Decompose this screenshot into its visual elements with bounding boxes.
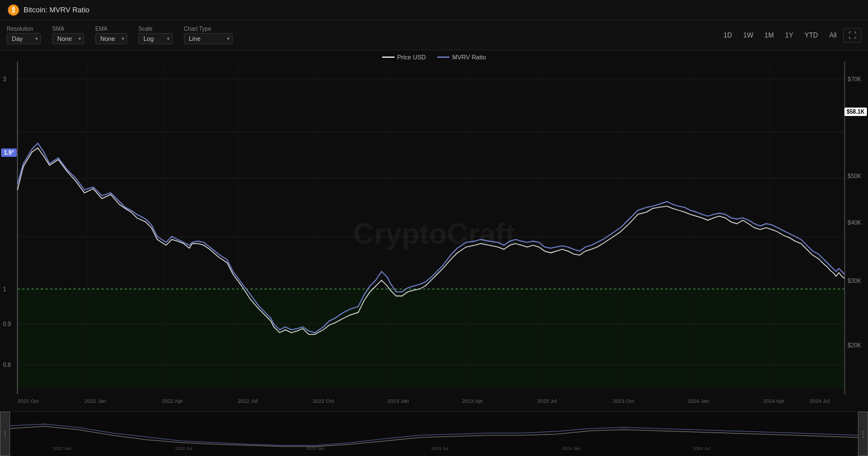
ema-select-wrapper: None 7 14 30 bbox=[95, 33, 127, 44]
time-btn-1w[interactable]: 1W bbox=[739, 29, 758, 41]
svg-text:$50K: $50K bbox=[848, 173, 861, 179]
minimap-left-handle[interactable]: ⋮ bbox=[0, 412, 10, 456]
svg-text:2022 Jan: 2022 Jan bbox=[53, 446, 71, 451]
resolution-label: Resolution bbox=[7, 26, 41, 32]
svg-text:2024 Apr: 2024 Apr bbox=[763, 398, 784, 404]
time-btn-1m[interactable]: 1M bbox=[760, 29, 778, 41]
ema-label: EMA bbox=[95, 26, 127, 32]
scale-label: Scale bbox=[138, 26, 173, 32]
svg-text:2023 Jul: 2023 Jul bbox=[431, 446, 448, 451]
svg-text:$40K: $40K bbox=[848, 220, 861, 226]
svg-text:2022 Apr: 2022 Apr bbox=[162, 398, 183, 404]
time-btn-1d[interactable]: 1D bbox=[719, 29, 736, 41]
chart-area: Price USD MVRV Ratio CryptoCraft 1.9° $5… bbox=[0, 50, 868, 411]
svg-text:2023 Jan: 2023 Jan bbox=[306, 446, 324, 451]
svg-text:2023 Jan: 2023 Jan bbox=[387, 398, 409, 404]
chart-type-group: Chart Type Line Candlestick Bar bbox=[184, 26, 233, 44]
chart-svg-container: CryptoCraft 1.9° $58.1K bbox=[0, 62, 868, 406]
svg-text:2022 Jan: 2022 Jan bbox=[85, 398, 106, 404]
svg-text:2024 Jan: 2024 Jan bbox=[688, 398, 709, 404]
mvrv-legend-label: MVRV Ratio bbox=[452, 54, 486, 61]
svg-text:2024 Jul: 2024 Jul bbox=[693, 446, 711, 451]
right-handle-icon: ⋮ bbox=[860, 430, 866, 438]
svg-text:2024 Jan: 2024 Jan bbox=[562, 446, 581, 451]
toolbar: Resolution Day Week Month SMA None 7 14 … bbox=[0, 20, 868, 50]
scale-group: Scale Log Linear bbox=[138, 26, 173, 44]
ema-select[interactable]: None 7 14 30 bbox=[95, 33, 127, 44]
sma-select[interactable]: None 7 14 30 bbox=[52, 33, 84, 44]
scale-select[interactable]: Log Linear bbox=[138, 33, 173, 44]
legend-mvrv: MVRV Ratio bbox=[437, 54, 486, 61]
svg-text:2021 Oct: 2021 Oct bbox=[17, 398, 39, 404]
svg-text:3: 3 bbox=[3, 76, 6, 82]
main-chart-svg: 3 1 0.9 0.8 $70K $50K $40K $30K $20K 202… bbox=[0, 62, 868, 406]
legend-price: Price USD bbox=[382, 54, 426, 61]
minimap-right-handle[interactable]: ⋮ bbox=[858, 412, 868, 456]
minimap: ⋮ 2022 Jan 2022 Jul 2023 Jan 2023 Jul 20… bbox=[0, 411, 868, 456]
svg-text:0.8: 0.8 bbox=[3, 362, 11, 368]
price-legend-label: Price USD bbox=[397, 54, 426, 61]
page-title: Bitcoin: MVRV Ratio bbox=[24, 6, 90, 14]
sma-select-wrapper: None 7 14 30 bbox=[52, 33, 84, 44]
scale-select-wrapper: Log Linear bbox=[138, 33, 173, 44]
svg-text:2022 Oct: 2022 Oct bbox=[313, 398, 334, 404]
resolution-group: Resolution Day Week Month bbox=[7, 26, 41, 44]
left-handle-icon: ⋮ bbox=[2, 430, 8, 438]
svg-text:2022 Jul: 2022 Jul bbox=[238, 398, 257, 404]
sma-label: SMA bbox=[52, 26, 84, 32]
time-buttons: 1D 1W 1M 1Y YTD All ⛶ bbox=[719, 28, 861, 43]
svg-rect-1 bbox=[17, 289, 844, 388]
chart-type-select-wrapper: Line Candlestick Bar bbox=[184, 33, 233, 44]
chart-type-label: Chart Type bbox=[184, 26, 233, 32]
svg-text:$30K: $30K bbox=[848, 278, 861, 284]
svg-text:2023 Apr: 2023 Apr bbox=[462, 398, 482, 404]
svg-text:2024 Jul: 2024 Jul bbox=[810, 398, 829, 404]
minimap-svg: 2022 Jan 2022 Jul 2023 Jan 2023 Jul 2024… bbox=[10, 417, 858, 451]
price-legend-line bbox=[382, 57, 394, 58]
resolution-select-wrapper: Day Week Month bbox=[7, 33, 41, 44]
time-btn-ytd[interactable]: YTD bbox=[800, 29, 823, 41]
expand-button[interactable]: ⛶ bbox=[843, 28, 861, 43]
svg-text:0.9: 0.9 bbox=[3, 321, 11, 327]
time-btn-all[interactable]: All bbox=[825, 29, 841, 41]
svg-text:$70K: $70K bbox=[848, 76, 861, 82]
sma-group: SMA None 7 14 30 bbox=[52, 26, 84, 44]
ema-group: EMA None 7 14 30 bbox=[95, 26, 127, 44]
svg-text:1: 1 bbox=[3, 286, 6, 292]
chart-legend: Price USD MVRV Ratio bbox=[0, 50, 868, 62]
mvrv-legend-line bbox=[437, 57, 449, 58]
resolution-select[interactable]: Day Week Month bbox=[7, 33, 41, 44]
svg-text:2023 Oct: 2023 Oct bbox=[613, 398, 634, 404]
svg-text:2023 Jul: 2023 Jul bbox=[537, 398, 557, 404]
time-btn-1y[interactable]: 1Y bbox=[781, 29, 798, 41]
svg-text:2022 Jul: 2022 Jul bbox=[175, 446, 192, 451]
bitcoin-icon: ₿ bbox=[8, 4, 19, 16]
header: ₿ Bitcoin: MVRV Ratio bbox=[0, 0, 868, 20]
chart-type-select[interactable]: Line Candlestick Bar bbox=[184, 33, 233, 44]
svg-text:$20K: $20K bbox=[848, 342, 861, 348]
price-value-badge: $58.1K bbox=[844, 108, 867, 116]
mvrv-value-badge: 1.9° bbox=[1, 148, 17, 157]
